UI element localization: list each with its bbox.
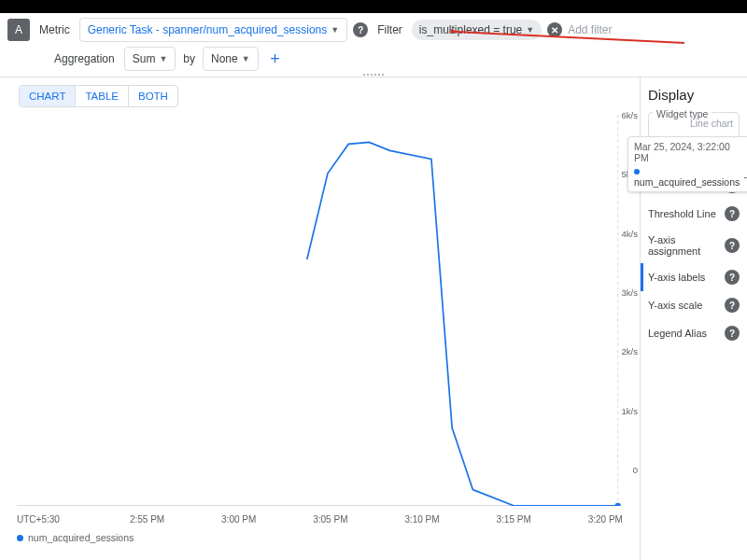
metric-label: Metric [35,18,74,42]
top-black-bar [0,0,747,13]
y-axis-assignment-row[interactable]: Y-axis assignment ? [646,228,741,263]
help-icon[interactable]: ? [353,22,368,37]
widget-type-selector[interactable]: Widget type Line chart [648,112,740,138]
filter-chip[interactable]: is_multiplexed = true ▼ [412,20,542,40]
chevron-down-icon: ▼ [242,54,250,63]
aggregation-group-selector[interactable]: None▼ [203,47,259,71]
add-filter-input[interactable]: Add filter [568,23,612,36]
tooltip-series: num_acquired_sessions [634,176,740,188]
legend-series-name: num_acquired_sessions [28,532,134,543]
x-tick: 3:20 PM [588,514,623,525]
legend-color-dot [17,535,23,541]
timezone-label: UTC+5:30 [17,514,73,525]
tab-both[interactable]: BOTH [129,86,177,106]
tooltip-color-dot [634,169,640,175]
chart-panel: CHART TABLE BOTH UTC+5:30 2:55 PM 3:00 P… [0,77,640,560]
y-tick: 6k/s [622,110,638,120]
aggregation-by-label: by [181,47,197,71]
aggregation-toolbar: Aggregation Sum▼ by None▼ + [0,47,747,77]
x-tick: 3:15 PM [497,514,531,525]
filter-chip-text: is_multiplexed = true [419,23,522,36]
chevron-down-icon: ▼ [331,25,339,35]
metric-selector[interactable]: Generic Task - spanner/num_acquired_sess… [79,18,348,42]
query-toolbar: A Metric Generic Task - spanner/num_acqu… [0,13,747,47]
chevron-down-icon: ▼ [159,54,167,63]
y-tick: 2k/s [622,346,638,357]
y-tick: 0 [633,465,638,475]
svg-point-3 [615,503,621,506]
y-axis-labels-row[interactable]: Y-axis labels ? [641,263,741,291]
tab-table[interactable]: TABLE [76,86,129,106]
help-icon[interactable]: ? [725,326,740,341]
chart-plot[interactable] [17,115,640,506]
threshold-line-row[interactable]: Threshold Line ? [646,200,741,228]
add-aggregation-button[interactable]: + [264,48,287,70]
series-chip[interactable]: A [7,19,30,41]
x-tick: 2:55 PM [130,514,164,525]
chart-legend[interactable]: num_acquired_sessions [17,532,134,543]
tooltip-value: - [744,171,748,182]
y-tick: 4k/s [622,228,638,238]
legend-alias-row[interactable]: Legend Alias ? [646,319,741,347]
x-tick: 3:00 PM [221,514,256,525]
y-axis-scale-row[interactable]: Y-axis scale ? [646,291,741,319]
help-icon[interactable]: ? [725,270,740,285]
help-icon[interactable]: ? [725,298,740,313]
chart-tooltip: Mar 25, 2024, 3:22:00 PM num_acquired_se… [627,136,747,192]
aggregation-label: Aggregation [50,47,119,71]
chevron-down-icon: ▼ [526,25,534,35]
y-tick: 3k/s [622,287,638,298]
view-tabs: CHART TABLE BOTH [19,85,178,107]
help-icon[interactable]: ? [725,206,740,221]
tab-chart[interactable]: CHART [20,86,76,106]
x-tick: 3:10 PM [404,514,439,525]
remove-filter-icon[interactable]: ✕ [547,22,562,37]
x-axis: UTC+5:30 2:55 PM 3:00 PM 3:05 PM 3:10 PM… [17,514,640,525]
x-tick: 3:05 PM [313,514,347,525]
help-icon[interactable]: ? [725,238,740,253]
tooltip-time: Mar 25, 2024, 3:22:00 PM [634,141,747,163]
filter-label: Filter [374,18,406,42]
aggregation-func-selector[interactable]: Sum▼ [124,47,176,71]
metric-value: Generic Task - spanner/num_acquired_sess… [88,23,328,36]
y-tick: 1k/s [622,405,638,415]
